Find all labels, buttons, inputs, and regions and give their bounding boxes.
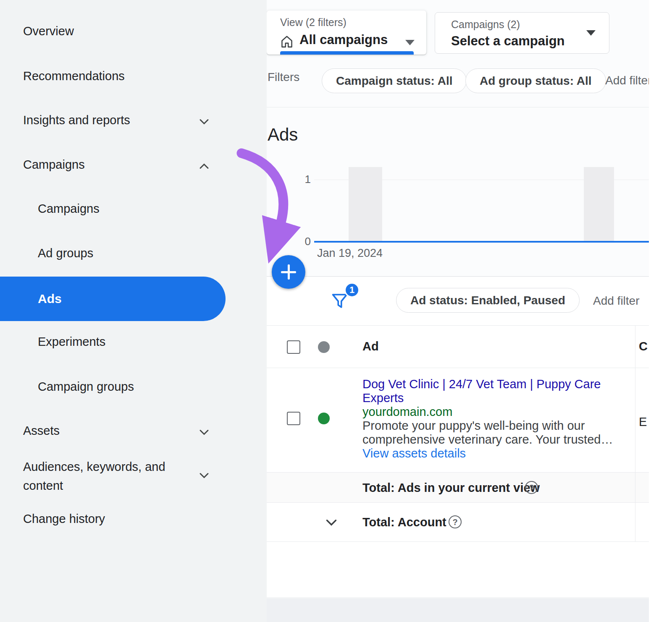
sidebar-item-ads-label: Ads bbox=[38, 277, 62, 321]
help-icon[interactable]: ? bbox=[449, 515, 462, 528]
page-title: Ads bbox=[268, 125, 298, 145]
sidebar-item-assets[interactable]: Assets bbox=[23, 424, 60, 438]
ad-preview: Dog Vet Clinic | 24/7 Vet Team | Puppy C… bbox=[362, 377, 631, 460]
add-ad-button[interactable] bbox=[272, 255, 305, 289]
ads-table-card: 1 Ad status: Enabled, Paused Add filter … bbox=[267, 276, 649, 598]
table-row: Dog Vet Clinic | 24/7 Vet Team | Puppy C… bbox=[267, 368, 649, 473]
select-all-checkbox[interactable] bbox=[287, 340, 300, 354]
total-account-row: Total: Account ? bbox=[267, 503, 649, 542]
dropdown-caret-icon bbox=[586, 30, 596, 36]
chart-highlight-band bbox=[584, 167, 614, 241]
sidebar-item-ads-selected[interactable]: Ads bbox=[0, 277, 226, 321]
view-selector-value: All campaigns bbox=[299, 32, 388, 47]
status-column-icon bbox=[318, 341, 330, 353]
table-toolbar: 1 Ad status: Enabled, Paused Add filter bbox=[267, 277, 649, 326]
view-selector-label: View (2 filters) bbox=[280, 16, 346, 29]
campaign-selector-label: Campaigns (2) bbox=[451, 18, 520, 31]
sidebar-item-change-history[interactable]: Change history bbox=[23, 512, 105, 526]
help-icon[interactable]: ? bbox=[525, 481, 538, 494]
page-background-strip bbox=[267, 598, 649, 622]
ad-status-filter-chip[interactable]: Ad status: Enabled, Paused bbox=[396, 288, 580, 313]
clipped-column-header: C bbox=[639, 340, 648, 353]
column-divider bbox=[635, 326, 635, 542]
expand-chevron-icon[interactable] bbox=[323, 514, 340, 533]
view-assets-details-link[interactable]: View assets details bbox=[362, 447, 631, 460]
x-axis-date-label: Jan 19, 2024 bbox=[317, 247, 383, 260]
clipped-status-cell: E bbox=[639, 415, 647, 429]
performance-chart bbox=[314, 167, 649, 243]
ads-series-line bbox=[314, 241, 649, 243]
ad-display-url: yourdomain.com bbox=[362, 405, 631, 419]
chevron-down-icon[interactable] bbox=[197, 114, 212, 131]
y-axis-tick-0: 0 bbox=[292, 235, 311, 248]
sidebar-item-experiments[interactable]: Experiments bbox=[38, 335, 105, 349]
sidebar-item-insights-reports[interactable]: Insights and reports bbox=[23, 113, 130, 127]
enabled-status-dot bbox=[318, 413, 330, 424]
y-axis-tick-1: 1 bbox=[292, 173, 311, 186]
sidebar-item-audiences-keywords-content[interactable]: Audiences, keywords, and content bbox=[23, 457, 191, 495]
ad-title-link[interactable]: Dog Vet Clinic | 24/7 Vet Team | Puppy C… bbox=[362, 377, 631, 405]
campaign-status-filter-chip[interactable]: Campaign status: All bbox=[322, 68, 467, 93]
home-icon bbox=[279, 34, 294, 51]
filters-label: Filters bbox=[268, 71, 299, 84]
add-filter-button[interactable]: Add filter bbox=[593, 294, 640, 308]
row-checkbox[interactable] bbox=[287, 412, 300, 425]
sidebar-item-recommendations[interactable]: Recommendations bbox=[23, 69, 125, 83]
ad-description: Promote your puppy's well-being with our… bbox=[362, 419, 631, 447]
campaign-selector-value: Select a campaign bbox=[451, 34, 565, 49]
view-selector-dropdown[interactable]: View (2 filters) All campaigns bbox=[267, 10, 426, 55]
sidebar-item-overview[interactable]: Overview bbox=[23, 24, 74, 38]
main-content: View (2 filters) All campaigns Campaigns… bbox=[267, 0, 649, 622]
sidebar-item-campaign-groups[interactable]: Campaign groups bbox=[38, 380, 134, 394]
sidebar-item-campaigns[interactable]: Campaigns bbox=[38, 202, 100, 216]
sidebar-item-campaigns-group[interactable]: Campaigns bbox=[23, 158, 85, 172]
sidebar: Overview Recommendations Insights and re… bbox=[0, 0, 267, 622]
add-filter-button[interactable]: Add filter bbox=[605, 74, 649, 87]
total-current-view-label: Total: Ads in your current view bbox=[362, 473, 540, 503]
table-header-row: Ad C bbox=[267, 326, 649, 368]
ad-group-status-filter-chip[interactable]: Ad group status: All bbox=[465, 68, 606, 93]
campaign-selector-dropdown[interactable]: Campaigns (2) Select a campaign bbox=[435, 12, 609, 54]
divider bbox=[267, 107, 649, 107]
ad-column-header[interactable]: Ad bbox=[362, 340, 379, 353]
total-current-view-row: Total: Ads in your current view ? bbox=[267, 473, 649, 503]
chart-highlight-band bbox=[349, 167, 382, 241]
chevron-down-icon[interactable] bbox=[197, 425, 212, 442]
active-view-indicator bbox=[280, 51, 414, 55]
chevron-up-icon[interactable] bbox=[197, 159, 212, 175]
dropdown-caret-icon bbox=[405, 40, 415, 45]
sidebar-item-ad-groups[interactable]: Ad groups bbox=[38, 246, 93, 260]
google-ads-page: Overview Recommendations Insights and re… bbox=[0, 0, 672, 622]
total-account-label: Total: Account bbox=[362, 503, 446, 542]
chevron-down-icon[interactable] bbox=[197, 468, 212, 485]
filter-count-badge: 1 bbox=[344, 282, 360, 298]
